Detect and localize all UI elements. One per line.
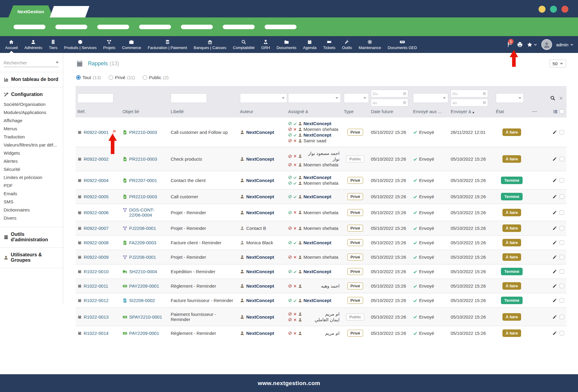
radio-option[interactable]: Public (2) — [143, 75, 169, 80]
sidebar-item[interactable]: Limites et précision — [0, 173, 63, 181]
nav-item[interactable]: Produits | Services — [61, 36, 100, 53]
col-header-date-future[interactable]: Date future — [369, 108, 411, 117]
row-checkbox[interactable] — [560, 315, 564, 319]
col-header-object[interactable]: Objet lié — [121, 108, 169, 117]
sidebar-item[interactable]: Alertes — [0, 157, 63, 165]
printer-icon[interactable] — [517, 42, 523, 48]
reminder-ref-link[interactable]: R0922-0009 — [84, 255, 109, 260]
reminder-ref-link[interactable]: R0922-0005 — [84, 194, 109, 199]
sidebar-item-dashboard[interactable]: Mon tableau de bord — [0, 72, 63, 82]
sidebar-item[interactable]: Traduction — [0, 133, 63, 141]
row-checkbox[interactable] — [560, 255, 564, 259]
row-checkbox[interactable] — [560, 178, 564, 183]
reminder-ref-link[interactable]: R0922-0007 — [84, 226, 109, 231]
favorites-menu[interactable] — [527, 42, 537, 48]
linked-object-link[interactable]: SH2210-0004 — [129, 269, 157, 274]
linked-object-link[interactable]: SPAY2210-0001 — [129, 314, 162, 319]
window-control[interactable] — [561, 6, 568, 13]
reminder-ref-link[interactable]: R1022-0010 — [84, 269, 109, 274]
filter-state-select[interactable] — [496, 93, 524, 103]
row-checkbox[interactable] — [560, 240, 564, 245]
linked-object-link[interactable]: PJ2208-0001 — [129, 255, 156, 260]
sidebar-item[interactable]: SMS — [0, 198, 63, 206]
radio-option[interactable]: Privé (11) — [109, 75, 135, 80]
edit-pencil-icon[interactable] — [552, 226, 557, 230]
edit-pencil-icon[interactable] — [552, 210, 557, 215]
brand-logo[interactable]: NextGestion — [8, 5, 53, 17]
notifications-flag-button[interactable]: 1 — [507, 41, 513, 48]
sidebar-item[interactable]: Widgets — [0, 149, 63, 157]
select-all-checkbox[interactable] — [560, 109, 564, 114]
avatar[interactable] — [541, 39, 552, 50]
sidebar-section-admin-tools[interactable]: Outils d'administration — [0, 227, 63, 242]
nav-item[interactable]: Documents — [273, 36, 300, 53]
linked-object-link[interactable]: PJ2208-0001 — [129, 226, 156, 231]
filter-ref-input[interactable] — [77, 93, 113, 103]
linked-object-link[interactable]: PAY2209-0001 — [129, 331, 159, 336]
row-checkbox[interactable] — [560, 157, 564, 161]
reminder-ref-link[interactable]: R0922-0008 — [84, 240, 109, 245]
sidebar-item[interactable]: Affichage — [0, 116, 63, 125]
sidebar-item[interactable]: Divers — [0, 214, 63, 222]
filter-label-input[interactable] — [171, 93, 207, 103]
nav-item[interactable]: Tiers — [45, 36, 61, 53]
nav-item[interactable]: Accueil — [2, 36, 21, 53]
col-header-author[interactable]: Auteur — [238, 108, 286, 117]
row-checkbox[interactable] — [560, 194, 564, 199]
edit-pencil-icon[interactable] — [552, 269, 557, 274]
row-checkbox[interactable] — [560, 331, 564, 335]
filter-assignee-select[interactable] — [288, 93, 341, 103]
linked-object-link[interactable]: PR2210-0003 — [129, 194, 157, 199]
reminder-ref-link[interactable]: R1022-0013 — [84, 314, 109, 319]
reminder-ref-link[interactable]: R0922-0002 — [84, 156, 109, 162]
row-checkbox[interactable] — [560, 284, 564, 288]
nav-item[interactable]: Commerce — [119, 36, 144, 53]
nav-item[interactable]: GRH — [258, 36, 273, 53]
filter-sent-select[interactable] — [413, 93, 448, 103]
nav-item[interactable]: Banques | Caisses — [190, 36, 229, 53]
row-checkbox[interactable] — [560, 130, 564, 134]
linked-object-link[interactable]: PAY2209-0001 — [129, 283, 159, 289]
nav-item[interactable]: Maintenance — [355, 36, 384, 53]
edit-pencil-icon[interactable] — [552, 194, 557, 199]
col-header-sent[interactable]: Envoyé aux ... — [411, 108, 449, 117]
col-header-label[interactable]: Libellé — [169, 108, 238, 117]
list-fields-icon[interactable] — [553, 109, 558, 114]
sidebar-item[interactable]: Menus — [0, 125, 63, 133]
window-control[interactable] — [539, 6, 545, 13]
sidebar-item[interactable]: Valeurs/filtres/tris par déf... — [0, 141, 63, 149]
sidebar-item[interactable]: Modules/Applications — [0, 108, 63, 116]
reminder-ref-link[interactable]: R1022-0011 — [84, 283, 108, 289]
edit-pencil-icon[interactable] — [552, 240, 557, 245]
nav-item[interactable]: Agenda — [300, 36, 320, 53]
edit-pencil-icon[interactable] — [552, 331, 557, 335]
row-checkbox[interactable] — [560, 298, 564, 303]
filter-send-at-from[interactable]: Du — [451, 90, 488, 97]
filter-author-select[interactable] — [240, 93, 287, 103]
radio-option[interactable]: Tout (13) — [76, 75, 101, 80]
edit-pencil-icon[interactable] — [552, 130, 557, 134]
edit-pencil-icon[interactable] — [552, 157, 557, 161]
nav-item[interactable]: Tickets — [320, 36, 339, 53]
sidebar-item[interactable]: Emails — [0, 190, 63, 198]
row-checkbox[interactable] — [560, 226, 564, 230]
clear-filters-icon[interactable] — [559, 96, 563, 100]
sidebar-item[interactable]: PDF — [0, 181, 63, 190]
sidebar-section-users-groups[interactable]: Utilisateurs & Groupes — [0, 248, 63, 263]
nav-item[interactable]: Facturation | Paiement — [144, 36, 191, 53]
col-header-assignee[interactable]: Assigné à — [286, 108, 342, 117]
filter-date-future-to[interactable]: au — [371, 99, 408, 106]
reminder-ref-link[interactable]: R0922-0004 — [84, 178, 109, 183]
filter-type-select[interactable] — [344, 93, 369, 103]
sidebar-section-configuration[interactable]: Configuration — [0, 87, 63, 97]
linked-object-link[interactable]: PR2210-0003 — [129, 130, 157, 135]
reminder-ref-link[interactable]: R0922-0006 — [84, 210, 109, 215]
linked-object-link[interactable]: DOS-CONT-22/06-0004 — [129, 207, 166, 218]
linked-object-link[interactable]: PR2210-0003 — [129, 156, 157, 162]
edit-pencil-icon[interactable] — [552, 315, 557, 319]
nav-item[interactable]: Projets — [100, 36, 119, 53]
user-menu[interactable]: admin — [556, 42, 574, 47]
col-header-send-at[interactable]: Envoyer à▲ — [449, 108, 494, 117]
edit-pencil-icon[interactable] — [552, 284, 557, 288]
reminder-ref-link[interactable]: R0922-0001 — [84, 130, 109, 135]
